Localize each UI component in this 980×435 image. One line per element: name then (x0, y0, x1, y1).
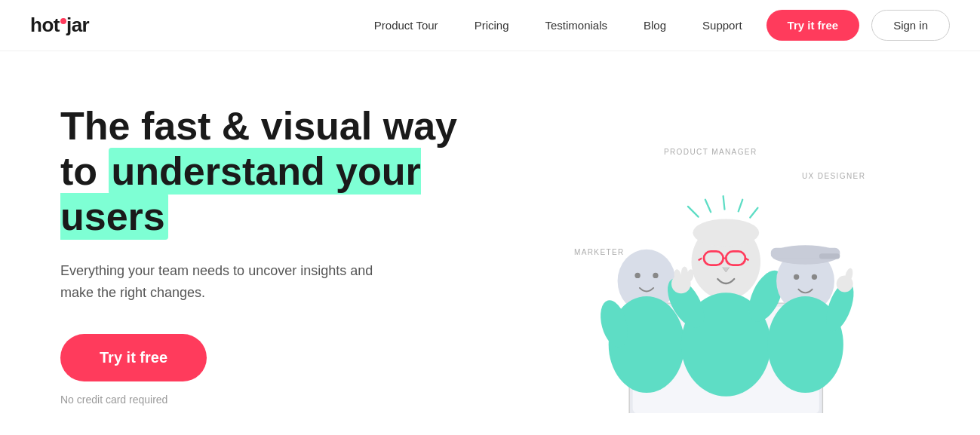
no-credit-text: No credit card required (60, 394, 533, 406)
hero-content: The fast & visual way to understand your… (60, 104, 533, 406)
svg-point-29 (794, 274, 799, 280)
svg-line-37 (723, 196, 725, 209)
hero-title-line2-prefix: to (60, 149, 109, 193)
hero-illustration: MARKETER PRODUCT MANAGER UX DESIGNER (533, 96, 920, 413)
team-illustration: MARKETER PRODUCT MANAGER UX DESIGNER (533, 96, 920, 413)
hero-title-highlight: understand your users (60, 148, 421, 240)
nav-support[interactable]: Support (702, 19, 742, 32)
hero-section: The fast & visual way to understand your… (0, 51, 980, 435)
logo-text: hot (30, 14, 60, 37)
svg-text:UX DESIGNER: UX DESIGNER (802, 172, 865, 180)
svg-line-38 (739, 200, 742, 212)
svg-point-12 (693, 219, 760, 247)
hero-title: The fast & visual way to understand your… (60, 104, 533, 239)
svg-line-35 (688, 207, 699, 217)
try-it-free-hero-button[interactable]: Try it free (60, 334, 207, 381)
svg-line-39 (751, 208, 758, 218)
svg-point-8 (653, 273, 659, 278)
nav-blog[interactable]: Blog (644, 19, 666, 32)
hero-subtitle: Everything your team needs to uncover in… (60, 260, 407, 304)
nav-product-tour[interactable]: Product Tour (374, 19, 438, 32)
nav-pricing[interactable]: Pricing (475, 19, 509, 32)
nav-testimonials[interactable]: Testimonials (545, 19, 607, 32)
svg-text:MARKETER: MARKETER (574, 248, 625, 256)
svg-line-36 (705, 200, 711, 212)
svg-rect-28 (819, 253, 840, 259)
logo-dot-icon (60, 18, 66, 24)
logo-text-2: jar (66, 14, 89, 37)
hero-title-line1: The fast & visual way (60, 104, 457, 148)
sign-in-button[interactable]: Sign in (871, 10, 950, 41)
svg-text:PRODUCT MANAGER: PRODUCT MANAGER (664, 148, 757, 156)
navbar: hotjar Product Tour Pricing Testimonials… (0, 0, 980, 51)
logo[interactable]: hotjar (30, 14, 89, 37)
svg-point-30 (812, 274, 817, 280)
nav-links: Product Tour Pricing Testimonials Blog S… (374, 19, 742, 32)
try-it-free-nav-button[interactable]: Try it free (766, 10, 860, 41)
svg-point-7 (635, 273, 641, 278)
